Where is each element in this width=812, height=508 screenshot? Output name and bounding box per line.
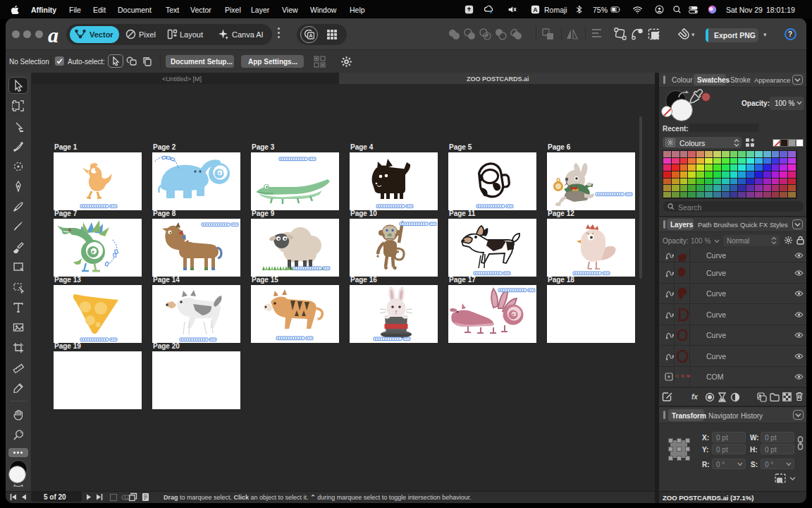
svg-text:A: A: [533, 6, 538, 13]
svg-text:A: A: [309, 32, 313, 39]
